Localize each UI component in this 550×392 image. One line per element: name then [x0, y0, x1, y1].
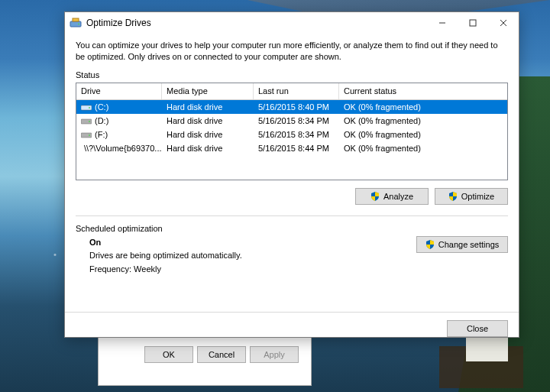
shield-icon	[448, 192, 458, 201]
svg-point-12	[89, 134, 90, 136]
svg-point-2	[78, 24, 79, 25]
svg-point-8	[89, 107, 90, 109]
svg-rect-4	[470, 20, 476, 26]
drive-status: OK (0% fragmented)	[339, 130, 507, 139]
drive-list-header[interactable]: Drive Media type Last run Current status	[76, 83, 507, 100]
optimize-label: Optimize	[461, 192, 494, 201]
drive-row[interactable]: \\?\Volume{b69370...Hard disk drive5/16/…	[76, 141, 507, 155]
close-dialog-button[interactable]: Close	[447, 320, 508, 337]
minimize-button[interactable]	[427, 12, 458, 34]
status-label: Status	[76, 70, 508, 79]
drive-icon	[81, 103, 92, 111]
intro-text: You can optimize your drives to help you…	[76, 40, 508, 63]
drive-name: (D:)	[95, 116, 108, 125]
drive-media: Hard disk drive	[162, 144, 254, 153]
drive-icon	[81, 117, 92, 125]
drive-media: Hard disk drive	[162, 102, 254, 112]
separator	[76, 215, 508, 216]
drive-last-run: 5/16/2015 8:40 PM	[254, 102, 339, 112]
drive-last-run: 5/16/2015 8:34 PM	[254, 116, 339, 125]
drive-status: OK (0% fragmented)	[339, 102, 507, 112]
col-status[interactable]: Current status	[339, 83, 507, 99]
shield-icon	[425, 240, 435, 249]
drive-media: Hard disk drive	[162, 116, 254, 125]
drive-status: OK (0% fragmented)	[339, 116, 507, 125]
close-button[interactable]	[488, 12, 519, 34]
drive-status: OK (0% fragmented)	[339, 144, 507, 153]
optimize-drives-icon	[70, 17, 82, 29]
drive-row[interactable]: (D:)Hard disk drive5/16/2015 8:34 PMOK (…	[76, 114, 507, 128]
bg-apply-button[interactable]: Apply	[250, 346, 299, 363]
drive-name: \\?\Volume{b69370...	[84, 144, 162, 153]
col-media[interactable]: Media type	[162, 83, 254, 99]
bg-ok-button[interactable]: OK	[144, 346, 193, 363]
svg-rect-1	[73, 18, 79, 21]
optimize-button[interactable]: Optimize	[435, 188, 508, 205]
col-last[interactable]: Last run	[254, 83, 339, 99]
analyze-button[interactable]: Analyze	[355, 188, 429, 205]
drive-last-run: 5/16/2015 8:34 PM	[254, 130, 339, 139]
schedule-freq: Frequency: Weekly	[89, 263, 407, 277]
drive-name: (F:)	[95, 130, 108, 139]
optimize-drives-window: Optimize Drives You can optimize your dr…	[64, 11, 519, 338]
maximize-button[interactable]	[458, 12, 488, 34]
svg-point-10	[89, 121, 90, 122]
drive-last-run: 5/16/2015 8:44 PM	[254, 144, 339, 153]
shield-icon	[370, 192, 380, 201]
analyze-label: Analyze	[383, 192, 413, 201]
change-settings-button[interactable]: Change settings	[416, 236, 508, 253]
titlebar[interactable]: Optimize Drives	[65, 12, 519, 34]
drive-name: (C:)	[95, 102, 108, 112]
drive-list[interactable]: Drive Media type Last run Current status…	[76, 83, 508, 180]
schedule-label: Scheduled optimization	[76, 224, 508, 233]
window-title: Optimize Drives	[86, 18, 427, 28]
col-drive[interactable]: Drive	[76, 83, 162, 99]
schedule-desc: Drives are being optimized automatically…	[89, 249, 407, 263]
change-settings-label: Change settings	[438, 240, 500, 249]
drive-row[interactable]: (C:)Hard disk drive5/16/2015 8:40 PMOK (…	[76, 100, 507, 114]
drive-icon	[81, 131, 92, 138]
schedule-state: On	[89, 236, 407, 250]
bg-cancel-button[interactable]: Cancel	[197, 346, 246, 363]
drive-row[interactable]: (F:)Hard disk drive5/16/2015 8:34 PMOK (…	[76, 128, 507, 141]
drive-media: Hard disk drive	[162, 130, 254, 139]
